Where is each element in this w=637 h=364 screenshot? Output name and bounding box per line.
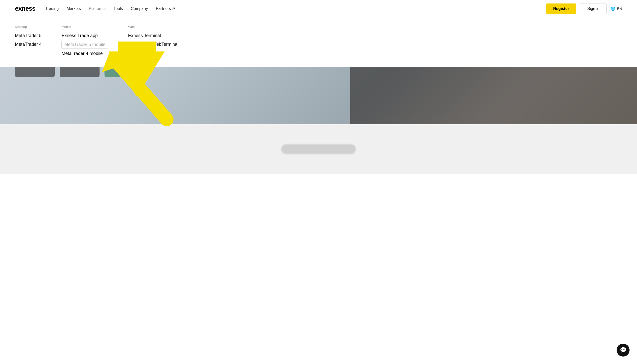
bottom-blurred-pill	[281, 144, 356, 154]
header: exness Trading Markets Platforms Tools C…	[0, 0, 637, 18]
mobile-col-label: Mobile	[62, 25, 108, 28]
language-button[interactable]: 🌐 EN	[611, 6, 622, 11]
exness-terminal-link[interactable]: Exness Terminal	[128, 32, 178, 39]
metatrader4-link[interactable]: MetaTrader 4	[15, 41, 42, 48]
main-nav: Trading Markets Platforms Tools Company …	[45, 6, 175, 11]
web-col-label: Web	[128, 25, 178, 28]
platforms-dropdown: Desktop MetaTrader 5 MetaTrader 4 Mobile…	[0, 18, 637, 68]
header-right: Register Sign in 🌐 EN	[546, 3, 622, 14]
dropdown-col-mobile: Mobile Exness Trade app MetaTrader 5 mob…	[62, 25, 108, 57]
globe-icon: 🌐	[611, 6, 615, 11]
metatrader4-mobile-link[interactable]: MetaTrader 4 mobile	[62, 50, 108, 57]
nav-company[interactable]: Company	[131, 6, 148, 11]
nav-trading[interactable]: Trading	[45, 6, 59, 11]
signin-button[interactable]: Sign in	[580, 3, 607, 14]
dropdown-col-desktop: Desktop MetaTrader 5 MetaTrader 4	[15, 25, 42, 57]
lang-label: EN	[617, 6, 622, 11]
exness-trade-app-link[interactable]: Exness Trade app	[62, 32, 108, 39]
metatrader5-link[interactable]: MetaTrader 5	[15, 32, 42, 39]
nav-markets[interactable]: Markets	[67, 6, 81, 11]
logo[interactable]: exness	[15, 5, 35, 12]
metatrader-webterminal-link[interactable]: MetaTrader WebTerminal	[128, 41, 178, 48]
nav-partners[interactable]: Partners ↗	[156, 6, 175, 11]
metatrader5-mobile-link[interactable]: MetaTrader 5 mobile	[62, 41, 108, 48]
chat-icon: 💬	[620, 347, 626, 353]
header-left: exness Trading Markets Platforms Tools C…	[15, 5, 175, 12]
desktop-col-label: Desktop	[15, 25, 42, 28]
dropdown-columns: Desktop MetaTrader 5 MetaTrader 4 Mobile…	[15, 25, 622, 57]
nav-tools[interactable]: Tools	[114, 6, 123, 11]
nav-platforms[interactable]: Platforms	[89, 6, 106, 11]
bottom-section	[0, 124, 637, 174]
dropdown-col-web: Web Exness Terminal MetaTrader WebTermin…	[128, 25, 178, 57]
chat-button[interactable]: 💬	[616, 344, 629, 356]
register-button[interactable]: Register	[546, 4, 576, 14]
